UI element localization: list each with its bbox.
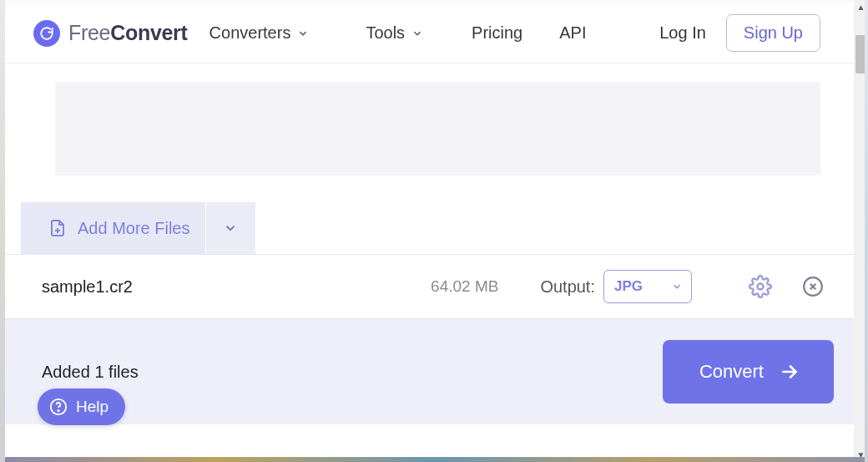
convert-label: Convert [699,361,764,383]
page-content: FreeConvert Converters Tools Pr [0,0,854,462]
top-nav: Converters Tools Pricing API [209,23,587,43]
file-row: sample1.cr2 64.02 MB Output: JPG [0,254,854,319]
add-more-files-button[interactable]: Add More Files [21,202,205,254]
chevron-down-icon [671,281,683,292]
nav-tools-label: Tools [366,23,405,43]
brand-logo[interactable]: FreeConvert [33,20,188,47]
nav-api-label: API [559,23,586,43]
brand-name: FreeConvert [68,21,188,45]
footer-row: Added 1 files Convert [0,319,854,424]
signup-button[interactable]: Sign Up [726,14,820,52]
nav-pricing[interactable]: Pricing [472,23,522,43]
added-count-text: Added 1 files [42,363,139,382]
file-name: sample1.cr2 [30,277,133,297]
add-more-label: Add More Files [78,219,190,238]
login-label: Log In [659,23,706,42]
svg-point-0 [758,284,764,290]
remove-file-button[interactable] [802,276,824,297]
refresh-icon [33,20,60,47]
chevron-down-icon [223,221,238,236]
chevron-down-icon [297,28,309,39]
close-circle-icon [802,276,824,297]
convert-button[interactable]: Convert [663,340,834,404]
gear-icon [749,275,772,298]
login-button[interactable]: Log In [656,15,709,51]
settings-button[interactable] [749,275,772,298]
nav-api[interactable]: API [559,23,586,43]
file-size: 64.02 MB [431,277,498,296]
nav-converters[interactable]: Converters [209,23,310,43]
svg-point-3 [58,410,58,411]
output-format-select[interactable]: JPG [603,270,692,303]
nav-converters-label: Converters [209,23,291,43]
file-plus-icon [48,217,68,239]
add-more-row: Add More Files [0,202,854,254]
header: FreeConvert Converters Tools Pr [0,3,854,63]
desktop-background-strip [0,457,868,462]
output-format-value: JPG [614,278,643,295]
signup-label: Sign Up [744,23,803,42]
help-button[interactable]: Help [38,388,125,425]
chevron-down-icon [411,28,423,39]
file-area: Add More Files sample1.cr2 64.02 MB Outp… [0,202,854,424]
desktop-edge-left [0,0,5,462]
ad-placeholder [55,82,820,175]
desktop-edge-right [865,0,868,462]
arrow-right-icon [779,361,800,383]
add-more-dropdown[interactable] [205,202,255,254]
nav-pricing-label: Pricing [472,23,522,43]
nav-tools[interactable]: Tools [366,23,423,43]
output-label: Output: [540,277,595,297]
help-label: Help [76,398,108,416]
help-icon [49,398,68,416]
